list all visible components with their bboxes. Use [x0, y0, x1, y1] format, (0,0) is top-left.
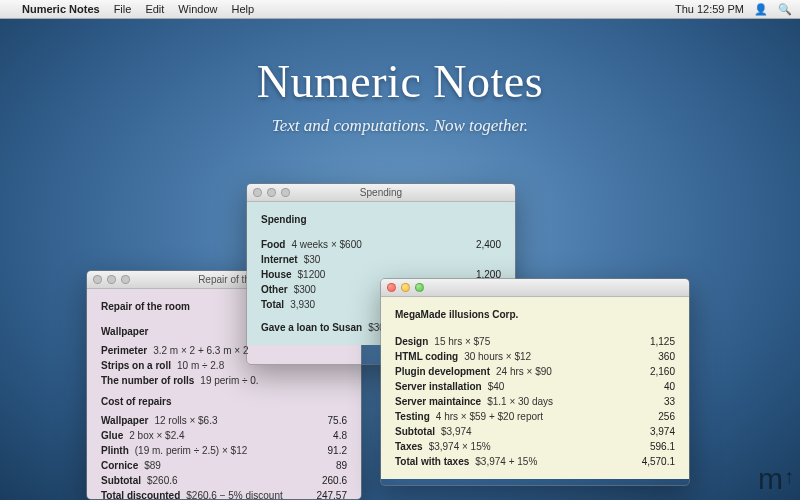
hero: Numeric Notes Text and computations. Now… [0, 55, 800, 136]
row: Plinth(19 m. perim ÷ 2.5) × $1291.2 [101, 443, 347, 458]
close-icon[interactable] [93, 275, 102, 284]
zoom-icon[interactable] [281, 188, 290, 197]
hero-subtitle: Text and computations. Now together. [0, 116, 800, 136]
menubar-item-window[interactable]: Window [178, 3, 217, 15]
menubar-item-edit[interactable]: Edit [145, 3, 164, 15]
window-body-corp[interactable]: MegaMade illusions Corp. Design15 hrs × … [381, 297, 689, 479]
row: The number of rolls19 perim ÷ 0. [101, 373, 347, 388]
row: Glue2 box × $2.44.8 [101, 428, 347, 443]
zoom-icon[interactable] [415, 283, 424, 292]
arrow-up-icon: ↑ [784, 465, 794, 488]
user-icon[interactable]: 👤 [754, 3, 768, 16]
menubar-right: Thu 12:59 PM 👤 🔍 [675, 3, 792, 16]
row: Internet$30 [261, 252, 501, 267]
traffic-lights [387, 283, 424, 292]
hero-title: Numeric Notes [0, 55, 800, 108]
minimize-icon[interactable] [267, 188, 276, 197]
row: Taxes$3,974 × 15%596.1 [395, 439, 675, 454]
window-corp[interactable]: MegaMade illusions Corp. Design15 hrs × … [380, 278, 690, 486]
row: Server installation$4040 [395, 379, 675, 394]
traffic-lights [253, 188, 290, 197]
desktop: Numeric Notes File Edit Window Help Thu … [0, 0, 800, 500]
close-icon[interactable] [253, 188, 262, 197]
row: Total with taxes$3,974 + 15%4,570.1 [395, 454, 675, 469]
heading: Spending [261, 212, 501, 227]
zoom-icon[interactable] [121, 275, 130, 284]
menubar-item-file[interactable]: File [114, 3, 132, 15]
menubar-item-help[interactable]: Help [231, 3, 254, 15]
heading: MegaMade illusions Corp. [395, 307, 675, 322]
spotlight-icon[interactable]: 🔍 [778, 3, 792, 16]
row: Cornice$8989 [101, 458, 347, 473]
watermark-text: m [758, 462, 783, 496]
menubar-left: Numeric Notes File Edit Window Help [8, 3, 254, 15]
menubar: Numeric Notes File Edit Window Help Thu … [0, 0, 800, 19]
watermark-logo: m↑ [758, 462, 794, 496]
close-icon[interactable] [387, 283, 396, 292]
row: Testing4 hrs × $59 + $20 report256 [395, 409, 675, 424]
row: HTML coding30 hours × $12360 [395, 349, 675, 364]
minimize-icon[interactable] [401, 283, 410, 292]
subheading: Cost of repairs [101, 394, 347, 409]
row: Plugin development24 hrs × $902,160 [395, 364, 675, 379]
row: Wallpaper12 rolls × $6.375.6 [101, 413, 347, 428]
row: Total discounted$260.6 − 5% discount247.… [101, 488, 347, 500]
titlebar-spending[interactable]: Spending [247, 184, 515, 202]
row: Server maintaince$1.1 × 30 days33 [395, 394, 675, 409]
row: Food4 weeks × $6002,400 [261, 237, 501, 252]
row: Subtotal$260.6260.6 [101, 473, 347, 488]
minimize-icon[interactable] [107, 275, 116, 284]
titlebar-corp[interactable] [381, 279, 689, 297]
row: Subtotal$3,9743,974 [395, 424, 675, 439]
row: Design15 hrs × $751,125 [395, 334, 675, 349]
menubar-clock[interactable]: Thu 12:59 PM [675, 3, 744, 15]
menubar-app-name[interactable]: Numeric Notes [22, 3, 100, 15]
traffic-lights [93, 275, 130, 284]
